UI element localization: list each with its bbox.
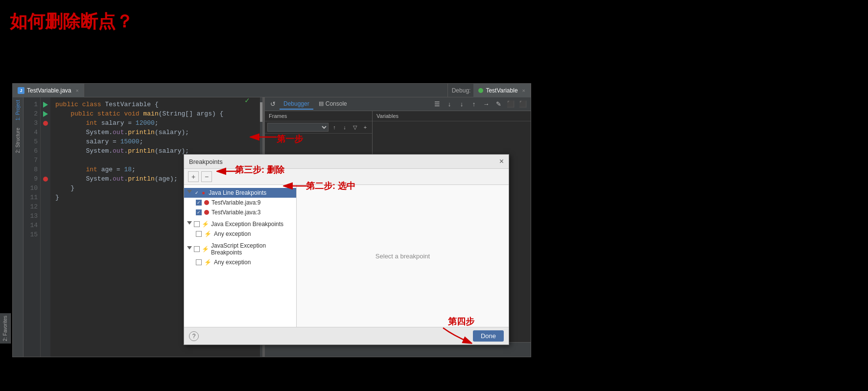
breakpoints-dialog: Breakpoints × + − ● Java Line Breakpoint… (184, 154, 509, 345)
step-into-button[interactable]: ↓ (456, 99, 467, 110)
bp-group-java-line: ● Java Line Breakpoints TestVariable.jav… (184, 187, 296, 218)
checkbox-any-exc2[interactable] (196, 259, 202, 265)
favorites-sidebar: 2: Favorites (0, 313, 11, 344)
bp-dot-tv9 (204, 200, 209, 205)
bp-group-label-java-exc: Java Exception Breakpoints (211, 221, 283, 228)
rerun-button[interactable]: ↺ (267, 99, 278, 110)
gutter-row-12 (41, 202, 50, 211)
gutter-row-1 (41, 100, 50, 109)
help-button[interactable]: ? (189, 331, 199, 341)
gutter-row-5 (41, 137, 50, 146)
bp-group-header-java-line[interactable]: ● Java Line Breakpoints (184, 188, 296, 198)
debug-toolbar: ↺ Debugger ▤ Console ☰ ↓ ↓ ↑ → ✎ ⬛ ⬛ (265, 97, 531, 111)
checkbox-tv3[interactable] (196, 209, 202, 215)
tab-close-java[interactable]: × (76, 88, 79, 93)
tab-bar: J TestVariable.java × Debug: TestVariabl… (13, 84, 531, 97)
bp-label-any-exc2: Any exception (214, 259, 251, 266)
breakpoints-button[interactable]: ⬛ (505, 99, 516, 110)
settings-button[interactable]: ☰ (432, 99, 443, 110)
dialog-footer: ? Done (184, 327, 509, 345)
bp-item-any-exc2[interactable]: ⚡ Any exception (184, 257, 296, 267)
gutter-row-8 (41, 165, 50, 174)
code-line-4: System.out.println(salary); (55, 128, 260, 137)
dialog-close-button[interactable]: × (499, 157, 504, 166)
checkbox-tv9[interactable] (196, 200, 202, 206)
step-over-button[interactable]: ↓ (444, 99, 455, 110)
project-sidebar: 1: Project 2: Structure (13, 97, 23, 357)
gutter-row-10 (41, 184, 50, 193)
gutter-row-6 (41, 146, 50, 156)
bp-label-tv3: TestVariable.java:3 (211, 209, 261, 216)
bp-group-js-exc: ⚡ JavaScript Exception Breakpoints ⚡ Any… (184, 240, 296, 268)
bp-group-header-js-exc[interactable]: ⚡ JavaScript Exception Breakpoints (184, 241, 296, 257)
triangle-open-js-exc (187, 246, 192, 252)
checkbox-java-line[interactable] (194, 190, 200, 196)
debug-label: Debug: (452, 87, 474, 94)
breakpoint-9[interactable] (43, 177, 48, 182)
dialog-title: Breakpoints (189, 158, 223, 165)
bp-group-label-js-exc: JavaScript Exception Breakpoints (211, 242, 293, 256)
add-breakpoint-button[interactable]: + (188, 171, 199, 182)
bp-item-any-exc1[interactable]: ⚡ Any exception (184, 229, 296, 239)
tab-testvariable-debug[interactable]: TestVariable × (473, 84, 531, 97)
mute-button[interactable]: ⬛ (517, 99, 528, 110)
gutter (41, 97, 50, 357)
evaluate-button[interactable]: ✎ (493, 99, 504, 110)
tab-java-label: TestVariable.java (27, 87, 71, 94)
code-line-3: int salary = 12000; (55, 118, 260, 128)
tab-debugger[interactable]: Debugger (280, 99, 313, 110)
tab-console[interactable]: ▤ Console (315, 99, 351, 110)
scroll-thumb (260, 102, 262, 122)
sidebar-favorites-label[interactable]: 2: Favorites (2, 316, 8, 341)
step-out-button[interactable]: ↑ (469, 99, 479, 110)
bp-lightning-js: ⚡ (202, 246, 209, 253)
triangle-open-java-exc (187, 221, 192, 227)
run-arrow-1 (43, 102, 48, 108)
dialog-content: ● Java Line Breakpoints TestVariable.jav… (184, 185, 509, 327)
bp-item-tv9[interactable]: TestVariable.java:9 (184, 198, 296, 207)
frames-toolbar: ↑ ↓ ▽ + (265, 121, 372, 134)
breakpoints-list: ● Java Line Breakpoints TestVariable.jav… (184, 185, 297, 327)
gutter-row-13 (41, 211, 50, 221)
sidebar-structure-label[interactable]: 2: Structure (15, 128, 21, 153)
bp-label-tv9: TestVariable.java:9 (211, 199, 261, 206)
checkbox-js-exc[interactable] (194, 246, 200, 252)
gutter-row-9 (41, 174, 50, 184)
bp-label-any-exc1: Any exception (214, 230, 251, 237)
breakpoint-3[interactable] (43, 121, 48, 126)
variables-header: Variables (373, 111, 531, 121)
java-file-icon: J (18, 87, 24, 94)
line-numbers: 12345 678910 1112131415 (23, 97, 41, 357)
bp-lightning-java: ⚡ (202, 221, 209, 228)
gutter-row-2 (41, 109, 50, 118)
sidebar-project-label[interactable]: 1: Project (15, 100, 21, 120)
frame-up-button[interactable]: ↑ (330, 123, 339, 132)
frame-down-button[interactable]: ↓ (340, 123, 349, 132)
console-tab-label: Console (326, 100, 347, 107)
bp-lightning-any-exc1: ⚡ (204, 230, 211, 237)
done-button[interactable]: Done (473, 330, 504, 342)
tab-close-debug[interactable]: × (522, 88, 525, 93)
checkbox-java-exc[interactable] (194, 221, 200, 227)
bp-group-java-exc: ⚡ Java Exception Breakpoints ⚡ Any excep… (184, 218, 296, 240)
frames-select[interactable] (267, 123, 328, 132)
bp-item-tv3[interactable]: TestVariable.java:3 (184, 207, 296, 217)
triangle-open-java-line (187, 190, 192, 196)
page-title: 如何删除断点？ (10, 10, 133, 34)
bp-dot-tv3 (204, 210, 209, 215)
checkbox-any-exc1[interactable] (196, 231, 202, 237)
remove-breakpoint-button[interactable]: − (201, 171, 212, 182)
dialog-titlebar: Breakpoints × (184, 155, 509, 169)
frame-filter-button[interactable]: ▽ (351, 123, 359, 132)
code-line-1: public class TestVariable { (55, 100, 260, 109)
run-cursor-button[interactable]: → (481, 99, 492, 110)
debug-dot-icon (478, 88, 483, 93)
debugger-tab-label: Debugger (283, 100, 309, 107)
select-breakpoint-message: Select a breakpoint (375, 253, 430, 260)
gutter-row-7 (41, 156, 50, 165)
run-arrow-2 (43, 111, 48, 117)
gutter-row-11 (41, 193, 50, 202)
tab-testvariable-java[interactable]: J TestVariable.java × (13, 84, 84, 97)
frame-add-button[interactable]: + (361, 123, 370, 132)
bp-group-header-java-exc[interactable]: ⚡ Java Exception Breakpoints (184, 219, 296, 229)
